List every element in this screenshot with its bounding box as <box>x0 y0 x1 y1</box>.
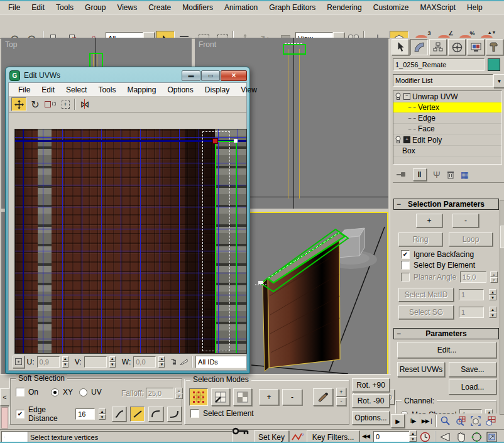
paint-select-brush-icon[interactable] <box>313 388 333 406</box>
tab-display-icon[interactable] <box>467 39 485 55</box>
rotate-plus-90-button[interactable]: Rot. +90 <box>352 378 390 392</box>
uvw-menu-options[interactable]: Options <box>162 84 199 96</box>
scrollbar-thumb[interactable] <box>500 226 504 248</box>
xy-radio[interactable] <box>51 388 59 397</box>
ignore-backfacing-checkbox[interactable] <box>401 250 410 259</box>
shrink-selection-button[interactable]: - <box>452 214 479 227</box>
menu-animation[interactable]: Animation <box>219 2 263 13</box>
uvw-freeform-icon[interactable]: + <box>59 98 72 111</box>
dialog-title-bar[interactable]: G Edit UVWs ▬ ▭ ✕ <box>6 67 249 82</box>
u-spinner[interactable]: ▲▼ <box>62 356 68 368</box>
menu-create[interactable]: Create <box>143 2 177 13</box>
select-sg-button[interactable]: Select SG <box>398 305 454 319</box>
material-id-filter-dropdown[interactable]: All IDs <box>195 356 246 368</box>
vertex-mode-icon[interactable] <box>189 388 208 406</box>
configure-modifier-sets-icon[interactable]: ▦ <box>461 170 469 180</box>
u-field[interactable]: 0,9 <box>37 356 60 368</box>
stack-row-box[interactable]: Box <box>393 146 501 156</box>
uv-radio[interactable] <box>79 388 87 397</box>
object-name-field[interactable]: 1_0256_Remate <box>393 58 485 71</box>
frame-number-field[interactable]: 0 <box>373 431 412 442</box>
uv-gizmo-dashed-rect[interactable] <box>202 131 230 351</box>
play-animation-icon[interactable]: ▶ <box>391 414 405 428</box>
menu-views[interactable]: Views <box>111 2 143 13</box>
parameters-header[interactable]: −Parameters <box>393 328 499 339</box>
v-field[interactable] <box>84 356 107 368</box>
planar-angle-checkbox[interactable] <box>401 273 410 282</box>
uv-selected-edge-left[interactable] <box>215 141 216 353</box>
loop-button[interactable]: Loop <box>449 232 493 246</box>
falloff-linear-icon[interactable] <box>130 407 145 422</box>
key-filters-button[interactable]: Key Filters... <box>307 430 359 443</box>
uvw-mirror-icon[interactable]: ⋈ <box>78 98 92 111</box>
stack-item-vertex[interactable]: Vertex <box>418 103 439 112</box>
uvw-menu-select[interactable]: Select <box>60 84 92 96</box>
lock-selection-icon[interactable] <box>170 358 177 366</box>
modifier-list-arrow-icon[interactable]: ▼ <box>493 74 504 88</box>
zoom-extents-all-icon[interactable] <box>484 415 497 427</box>
bulb-icon[interactable] <box>395 136 402 144</box>
planar-angle-field[interactable]: 15,0 <box>460 271 486 283</box>
command-panel-scrollbar[interactable] <box>500 200 504 415</box>
uvw-menu-tools[interactable]: Tools <box>92 84 121 96</box>
uvw-menu-edit[interactable]: Edit <box>36 84 60 96</box>
grow-selection-button[interactable]: + <box>416 214 442 227</box>
bulb-icon[interactable] <box>395 92 402 101</box>
stack-item-unwrap-uvw[interactable]: Unwrap UVW <box>412 92 458 101</box>
matid-spinner[interactable]: ▲▼ <box>489 289 496 300</box>
menu-group[interactable]: Group <box>79 2 111 13</box>
tab-hierarchy-icon[interactable] <box>429 39 447 55</box>
frame-spinner[interactable]: ▲▼ <box>409 430 417 442</box>
falloff-spinner[interactable]: ▲▼ <box>175 388 183 399</box>
face-mode-icon[interactable] <box>233 388 252 406</box>
uv-selected-edge-right[interactable] <box>236 141 237 353</box>
ignore-backfacing-row[interactable]: Ignore Backfacing <box>401 250 474 259</box>
pan-hand-icon[interactable] <box>456 432 466 442</box>
object-color-swatch[interactable] <box>488 58 500 71</box>
zoom-all-icon[interactable] <box>454 415 467 427</box>
uv-editor-canvas[interactable] <box>14 129 247 354</box>
falloff-field[interactable]: 25,0 <box>146 388 173 399</box>
modifier-list-dropdown[interactable]: Modifier List ▼ <box>393 74 504 88</box>
edge-mode-icon[interactable] <box>211 388 230 406</box>
filter-selected-faces-icon[interactable] <box>180 358 188 366</box>
w-spinner[interactable]: ▲▼ <box>158 356 165 368</box>
uvw-scale-icon[interactable] <box>44 98 57 111</box>
menu-edit[interactable]: Edit <box>26 2 50 13</box>
uvw-menu-file[interactable]: File <box>13 84 36 96</box>
edit-uvws-button[interactable]: Edit... <box>397 342 496 358</box>
planar-angle-spinner[interactable]: ▲▼ <box>490 271 498 283</box>
stack-row-edit-poly[interactable]: + Edit Poly <box>393 134 501 146</box>
edit-uvws-dialog[interactable]: G Edit UVWs ▬ ▭ ✕ File Edit Select Tools… <box>5 67 250 374</box>
menu-file[interactable]: File <box>3 2 26 13</box>
viewport-top-label[interactable]: Top <box>5 40 17 49</box>
paint-shrink-button[interactable]: - <box>336 397 346 406</box>
shrink-uv-button[interactable]: - <box>282 389 302 405</box>
falloff-smooth-icon[interactable] <box>112 407 126 422</box>
auto-key-curve-icon[interactable] <box>292 432 304 441</box>
w-field[interactable]: 0,0 <box>133 356 156 368</box>
v-spinner[interactable]: ▲▼ <box>109 356 116 368</box>
matid-field[interactable]: 1 <box>459 289 484 300</box>
tab-modify-icon[interactable] <box>410 39 428 55</box>
menu-graph-editors[interactable]: Graph Editors <box>263 2 321 13</box>
edge-distance-spinner[interactable]: ▲▼ <box>99 408 106 420</box>
selection-parameters-header[interactable]: −Selection Parameters <box>393 199 499 210</box>
menu-customize[interactable]: Customize <box>368 2 415 13</box>
stack-item-face[interactable]: Face <box>418 124 435 133</box>
uvw-move-icon[interactable] <box>11 97 26 111</box>
set-key-button[interactable]: Set Key <box>254 430 289 443</box>
soft-selection-on-checkbox[interactable] <box>16 388 25 397</box>
save-uvws-button[interactable]: Save... <box>449 362 496 377</box>
expand-icon[interactable]: + <box>403 136 410 143</box>
zoom-icon[interactable] <box>439 415 452 427</box>
options-button[interactable]: Options... <box>352 411 390 425</box>
rotate-minus-90-button[interactable]: Rot. -90 <box>352 394 390 408</box>
collapse-icon[interactable]: − <box>403 93 410 100</box>
tab-utilities-icon[interactable] <box>486 39 503 55</box>
pin-stack-icon[interactable] <box>397 170 407 179</box>
menu-modifiers[interactable]: Modifiers <box>177 2 219 13</box>
field-of-view-icon[interactable] <box>440 432 451 442</box>
sg-field[interactable]: 1 <box>459 307 484 318</box>
uv-vertex-handle[interactable] <box>234 139 238 143</box>
